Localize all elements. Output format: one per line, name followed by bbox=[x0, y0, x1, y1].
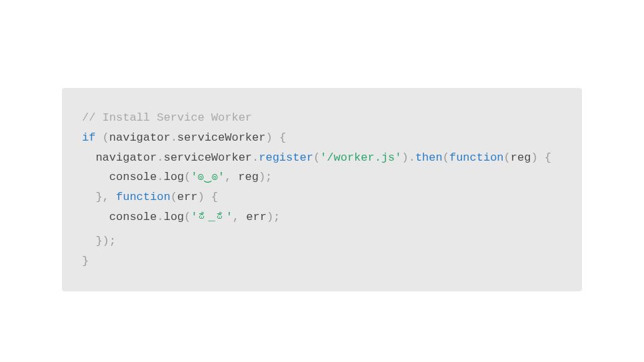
brace-close: } bbox=[82, 255, 89, 267]
string-worker-path: '/worker.js' bbox=[320, 151, 401, 164]
indent bbox=[82, 211, 109, 223]
space bbox=[109, 191, 116, 203]
comment-token: // Install Service Worker bbox=[82, 111, 252, 124]
paren-close: ) bbox=[197, 191, 204, 203]
comma: , bbox=[225, 171, 231, 183]
ident-serviceworker: serviceWorker bbox=[177, 131, 266, 144]
comma: , bbox=[103, 191, 109, 203]
brace-open: { bbox=[545, 151, 551, 164]
paren-open: ( bbox=[443, 151, 449, 164]
paren-close: ) bbox=[267, 211, 273, 223]
paren-close: ) bbox=[265, 131, 272, 144]
ident-reg: reg bbox=[511, 151, 531, 164]
method-register: register bbox=[259, 151, 313, 164]
string-disapproval-face: 'ಠ_ಠ' bbox=[191, 211, 233, 223]
paren-open: ( bbox=[171, 191, 177, 203]
ident-console: console bbox=[109, 211, 157, 223]
comma: , bbox=[233, 211, 239, 223]
space bbox=[239, 211, 246, 223]
semicolon: ; bbox=[273, 211, 280, 223]
paren-open: ( bbox=[313, 151, 320, 164]
brace-close: } bbox=[95, 235, 102, 247]
ident-log: log bbox=[163, 171, 184, 183]
space bbox=[205, 191, 211, 203]
indent bbox=[82, 171, 109, 183]
dot: . bbox=[252, 151, 259, 164]
code-line-2: if (navigator.serviceWorker) { bbox=[82, 128, 562, 148]
semicolon: ; bbox=[109, 235, 116, 247]
dot: . bbox=[171, 131, 177, 144]
indent bbox=[82, 191, 95, 203]
paren-open: ( bbox=[184, 211, 191, 223]
ident-reg: reg bbox=[238, 171, 259, 183]
dot: . bbox=[157, 151, 163, 164]
ident-err: err bbox=[177, 191, 198, 203]
paren-close: ) bbox=[259, 171, 265, 183]
keyword-function: function bbox=[449, 151, 504, 164]
paren-open: ( bbox=[184, 171, 191, 183]
code-line-5: }, function(err) { bbox=[82, 187, 562, 207]
indent bbox=[82, 151, 95, 164]
ident-console: console bbox=[109, 171, 157, 183]
space bbox=[273, 131, 279, 144]
brace-open: { bbox=[279, 131, 286, 144]
space bbox=[95, 131, 102, 144]
code-line-6: console.log('ಠ_ಠ', err); bbox=[82, 207, 562, 227]
paren-close: ) bbox=[103, 235, 109, 247]
paren-open: ( bbox=[103, 131, 109, 144]
code-line-3: navigator.serviceWorker.register('/worke… bbox=[82, 148, 562, 168]
brace-close: } bbox=[95, 191, 102, 203]
dot: . bbox=[409, 151, 415, 164]
brace-open: { bbox=[211, 191, 218, 203]
keyword-if: if bbox=[82, 131, 95, 144]
ident-serviceworker: serviceWorker bbox=[163, 151, 252, 164]
keyword-function: function bbox=[116, 191, 171, 203]
code-line-8: } bbox=[82, 251, 562, 271]
space bbox=[231, 171, 238, 183]
dot: . bbox=[157, 171, 163, 183]
blank-line bbox=[82, 227, 562, 232]
space bbox=[538, 151, 545, 164]
paren-close: ) bbox=[402, 151, 409, 164]
ident-log: log bbox=[163, 211, 184, 223]
paren-close: ) bbox=[531, 151, 537, 164]
ident-err: err bbox=[246, 211, 267, 223]
dot: . bbox=[157, 211, 163, 223]
ident-navigator: navigator bbox=[95, 151, 157, 164]
semicolon: ; bbox=[265, 171, 272, 183]
string-happy-face: '๏‿๏' bbox=[191, 171, 225, 183]
method-then: then bbox=[415, 151, 443, 164]
ident-navigator: navigator bbox=[109, 131, 171, 144]
code-block: // Install Service Worker if (navigator.… bbox=[62, 88, 582, 291]
paren-open: ( bbox=[504, 151, 511, 164]
indent bbox=[82, 235, 95, 247]
code-line-7: }); bbox=[82, 231, 562, 251]
code-line-1: // Install Service Worker bbox=[82, 108, 562, 128]
code-line-4: console.log('๏‿๏', reg); bbox=[82, 167, 562, 187]
